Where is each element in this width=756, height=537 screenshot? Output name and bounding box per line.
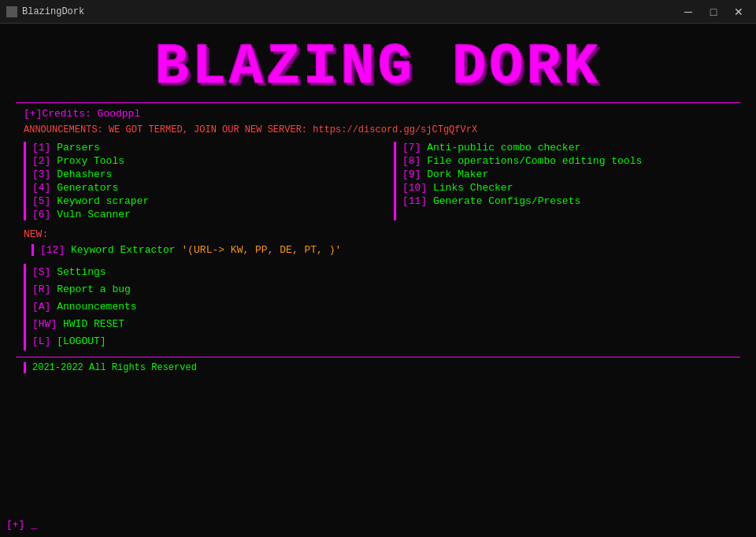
close-button[interactable]: ✕: [728, 3, 750, 20]
bottom-key: [HW]: [32, 318, 57, 330]
menu-key: [1]: [32, 142, 50, 154]
menu-key: [2]: [32, 155, 50, 167]
menu-label: Proxy Tools: [50, 155, 124, 167]
menu-key: [3]: [32, 169, 50, 180]
menu-key: [6]: [32, 209, 50, 220]
menu-key: [9]: [402, 169, 421, 180]
titlebar: BlazingDork ─ □ ✕: [0, 0, 756, 24]
menu-right-item[interactable]: [9] Dork Maker: [402, 169, 740, 180]
menu-left-item[interactable]: [3] Dehashers: [32, 169, 370, 180]
menu-left-item[interactable]: [4] Generators: [32, 182, 370, 194]
menu-label: Links Checker: [427, 182, 513, 194]
menu-label: Generate Configs/Presets: [427, 195, 580, 207]
new-item-key: [12]: [40, 244, 65, 256]
bottom-menu: [S] Settings[R] Report a bug[A] Announce…: [24, 264, 740, 350]
divider-top: [16, 102, 740, 103]
menu-right-item[interactable]: [8] File operations/Combo editing tools: [402, 155, 740, 167]
menu-key: [8]: [402, 155, 421, 167]
announcement-text: ANNOUNCEMENTS: WE GOT TERMED, JOIN OUR N…: [24, 124, 740, 135]
menu-label: Dork Maker: [421, 169, 488, 180]
new-item-label: Keyword Extractor: [65, 244, 181, 256]
maximize-button[interactable]: □: [702, 3, 724, 20]
menu-left-item[interactable]: [1] Parsers: [32, 142, 370, 154]
bottom-label: Report a bug: [50, 283, 130, 295]
menu-label: Parsers: [50, 142, 99, 154]
bottom-menu-item[interactable]: [L] [LOGOUT]: [32, 333, 740, 350]
big-title-text: BLAZING DORK: [155, 39, 601, 96]
bottom-menu-item[interactable]: [R] Report a bug: [32, 281, 740, 298]
cli-prompt: [+] _: [6, 519, 37, 531]
bottom-key: [L]: [32, 335, 50, 347]
menu-key: [7]: [402, 142, 421, 154]
menu-right-item[interactable]: [7] Anti-public combo checker: [402, 142, 740, 154]
menu-right: [7] Anti-public combo checker[8] File op…: [394, 142, 740, 220]
new-section: NEW: [12] Keyword Extractor '(URL-> KW, …: [24, 227, 740, 256]
divider-bottom: [16, 357, 740, 357]
menu-grid: [1] Parsers[2] Proxy Tools[3] Dehashers[…: [16, 142, 740, 220]
bottom-label: HWID RESET: [57, 318, 124, 330]
menu-key: [5]: [32, 195, 50, 207]
bottom-label: [LOGOUT]: [50, 335, 106, 347]
bottom-label: Announcements: [50, 301, 136, 313]
menu-label: Vuln Scanner: [50, 209, 130, 220]
bottom-key: [R]: [32, 283, 50, 295]
footer: 2021-2022 All Rights Reserved: [24, 362, 740, 373]
new-label: NEW:: [24, 228, 48, 240]
app-icon: [6, 6, 17, 17]
footer-text: 2021-2022 All Rights Reserved: [32, 362, 197, 373]
menu-left: [1] Parsers[2] Proxy Tools[3] Dehashers[…: [24, 142, 370, 220]
main-content: BLAZING DORK [+]Credits: Goodppl ANNOUNC…: [0, 24, 756, 537]
titlebar-controls: ─ □ ✕: [677, 3, 750, 20]
menu-label: Generators: [50, 182, 118, 194]
menu-key: [4]: [32, 182, 50, 194]
titlebar-left: BlazingDork: [6, 6, 84, 17]
bottom-menu-item[interactable]: [HW] HWID RESET: [32, 316, 740, 333]
menu-left-item[interactable]: [6] Vuln Scanner: [32, 209, 370, 220]
bottom-key: [S]: [32, 266, 50, 278]
new-item[interactable]: [12] Keyword Extractor '(URL-> KW, PP, D…: [32, 244, 740, 256]
menu-label: Dehashers: [50, 169, 112, 180]
menu-right-item[interactable]: [10] Links Checker: [402, 182, 740, 194]
menu-key: [10]: [402, 182, 427, 194]
menu-label: File operations/Combo editing tools: [421, 155, 642, 167]
app-big-title: BLAZING DORK: [16, 39, 740, 96]
bottom-menu-item[interactable]: [A] Announcements: [32, 298, 740, 316]
window-title: BlazingDork: [22, 6, 84, 17]
bottom-menu-item[interactable]: [S] Settings: [32, 264, 740, 281]
menu-label: Keyword scraper: [50, 195, 149, 207]
new-item-args: '(URL-> KW, PP, DE, PT, )': [181, 244, 341, 256]
menu-label: Anti-public combo checker: [421, 142, 580, 154]
bottom-key: [A]: [32, 301, 50, 313]
menu-key: [11]: [402, 195, 427, 207]
bottom-label: Settings: [50, 266, 106, 278]
menu-right-item[interactable]: [11] Generate Configs/Presets: [402, 195, 740, 207]
credits-line: [+]Credits: Goodppl: [24, 108, 740, 120]
menu-left-item[interactable]: [5] Keyword scraper: [32, 195, 370, 207]
minimize-button[interactable]: ─: [677, 3, 699, 20]
menu-left-item[interactable]: [2] Proxy Tools: [32, 155, 370, 167]
